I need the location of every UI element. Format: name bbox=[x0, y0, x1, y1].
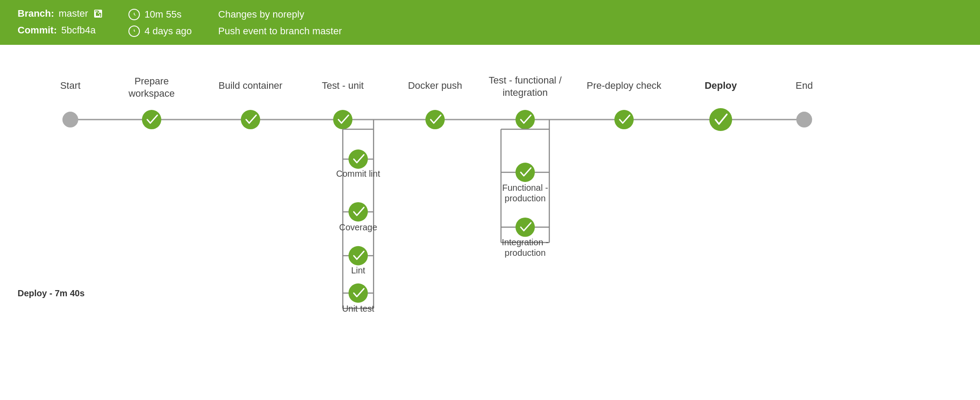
label-func2: integration bbox=[503, 87, 548, 98]
commit-row: Commit: 5bcfb4a bbox=[18, 25, 102, 36]
label-func-prod1: Functional - bbox=[502, 183, 548, 193]
label-lint: Lint bbox=[351, 265, 366, 275]
external-link-icon[interactable] bbox=[94, 10, 102, 18]
duration-row: 10m 55s bbox=[128, 9, 192, 20]
time-value: 4 days ago bbox=[144, 25, 192, 37]
branch-label: Branch: bbox=[18, 8, 54, 19]
time-row: 4 days ago bbox=[128, 25, 192, 37]
node-build[interactable] bbox=[241, 110, 260, 129]
header-right: Changes by noreply Push event to branch … bbox=[218, 8, 342, 37]
deploy-footer-label: Deploy - 7m 40s bbox=[18, 288, 84, 298]
node-test-unit[interactable] bbox=[333, 110, 352, 129]
label-commit-lint: Commit lint bbox=[336, 169, 380, 178]
label-test-unit: Test - unit bbox=[322, 80, 364, 91]
node-commit-lint[interactable] bbox=[348, 149, 368, 169]
label-integ-prod1: Integration - bbox=[502, 237, 549, 247]
label-integ-prod2: production bbox=[505, 248, 545, 258]
changes-row: Changes by noreply bbox=[218, 9, 342, 20]
pipeline-svg: Start Prepare workspace Build container … bbox=[18, 71, 962, 256]
push-row: Push event to branch master bbox=[218, 25, 342, 37]
svg-line-2 bbox=[134, 15, 135, 15]
clock-icon bbox=[128, 25, 140, 37]
header-left: Branch: master Commit: 5bcfb4a bbox=[18, 8, 102, 36]
node-predeploy[interactable] bbox=[614, 110, 634, 129]
node-prepare[interactable] bbox=[142, 110, 161, 129]
commit-value: 5bcfb4a bbox=[61, 25, 95, 36]
push-text: Push event to branch master bbox=[218, 25, 342, 36]
label-start: Start bbox=[60, 80, 80, 91]
node-integ-prod[interactable] bbox=[516, 218, 535, 237]
node-func-prod[interactable] bbox=[516, 163, 535, 182]
branch-row: Branch: master bbox=[18, 8, 102, 19]
changes-text: Changes by noreply bbox=[218, 9, 304, 20]
label-func1: Test - functional / bbox=[489, 75, 562, 86]
header: Branch: master Commit: 5bcfb4a bbox=[0, 0, 980, 45]
node-func[interactable] bbox=[516, 110, 535, 129]
label-docker: Docker push bbox=[408, 80, 462, 91]
node-deploy[interactable] bbox=[709, 108, 732, 131]
label-coverage: Coverage bbox=[339, 222, 377, 232]
label-deploy: Deploy bbox=[705, 80, 737, 91]
label-prepare: Prepare bbox=[135, 76, 169, 87]
commit-label: Commit: bbox=[18, 25, 57, 36]
branch-value: master bbox=[59, 8, 88, 19]
bottom-section: Deploy - 7m 40s bbox=[0, 275, 980, 312]
pipeline-area: Start Prepare workspace Build container … bbox=[0, 45, 980, 275]
node-docker[interactable] bbox=[425, 110, 445, 129]
label-build: Build container bbox=[219, 80, 282, 91]
label-unit-test: Unit test bbox=[342, 304, 375, 313]
node-start[interactable] bbox=[62, 112, 78, 127]
timer-icon bbox=[128, 9, 140, 20]
label-predeploy: Pre-deploy check bbox=[587, 80, 662, 91]
label-func-prod2: production bbox=[505, 193, 545, 203]
label-end: End bbox=[796, 80, 813, 91]
node-unit-test[interactable] bbox=[348, 284, 368, 303]
node-end[interactable] bbox=[796, 112, 812, 127]
node-lint[interactable] bbox=[348, 246, 368, 265]
label-prepare2: workspace bbox=[128, 88, 175, 99]
header-center: 10m 55s 4 days ago bbox=[128, 8, 192, 37]
duration-value: 10m 55s bbox=[144, 9, 181, 20]
node-coverage[interactable] bbox=[348, 202, 368, 222]
